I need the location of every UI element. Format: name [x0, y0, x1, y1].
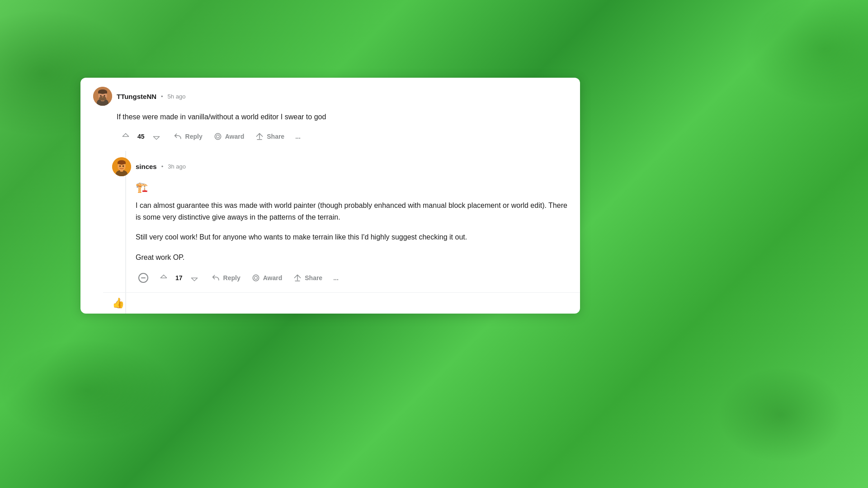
- comment-1: TTungsteNN • 5h ago If these were made i…: [80, 78, 580, 151]
- avatar-ttungstenn: [93, 87, 112, 106]
- more-button-2[interactable]: ...: [329, 272, 343, 284]
- avatar-2-svg: [112, 157, 131, 176]
- award-button-2[interactable]: Award: [247, 271, 287, 285]
- downvote-icon-2: [190, 273, 199, 282]
- collapse-button-2[interactable]: [136, 271, 153, 285]
- comment-2-actions: 17 Reply: [136, 271, 567, 292]
- separator-1: •: [161, 93, 163, 100]
- vote-count-2: 17: [175, 274, 184, 282]
- comments-card: TTungsteNN • 5h ago If these were made i…: [80, 78, 580, 314]
- comment-2-body-3: Great work OP.: [136, 252, 567, 263]
- award-icon-2: [251, 273, 260, 282]
- share-button-1[interactable]: Share: [250, 129, 289, 144]
- share-button-2[interactable]: Share: [288, 271, 327, 285]
- svg-point-11: [216, 135, 219, 138]
- svg-rect-5: [98, 92, 107, 94]
- comment-2-header: sinces • 3h ago: [112, 157, 567, 176]
- separator-2: •: [161, 163, 164, 170]
- comment-2: sinces • 3h ago 🏗️ I can almost guarante…: [103, 151, 580, 293]
- upvote-button-1[interactable]: [117, 129, 135, 144]
- reply-button-2[interactable]: Reply: [207, 271, 245, 285]
- avatar-1-svg: [93, 87, 112, 106]
- comment-1-body: If these were made in vanilla/without a …: [117, 111, 567, 123]
- svg-point-8: [104, 95, 105, 97]
- downvote-icon-1: [152, 132, 161, 141]
- reply-icon-2: [212, 273, 221, 282]
- comment-2-body-2: Still very cool work! But for anyone who…: [136, 231, 567, 243]
- collapse-icon: [138, 273, 148, 283]
- svg-point-7: [100, 95, 102, 97]
- reply-icon-1: [174, 132, 183, 141]
- svg-point-18: [119, 165, 121, 167]
- vote-section-1: 45: [117, 129, 165, 144]
- downvote-button-2[interactable]: [185, 271, 203, 285]
- vote-section-2: 17: [136, 271, 203, 285]
- svg-point-21: [254, 277, 257, 280]
- vote-count-1: 45: [137, 133, 146, 140]
- svg-point-9: [102, 97, 104, 98]
- reply-button-1[interactable]: Reply: [169, 129, 207, 144]
- award-button-1[interactable]: Award: [209, 129, 249, 144]
- timestamp-1: 5h ago: [168, 93, 186, 100]
- share-icon-2: [293, 273, 302, 282]
- bottom-peek-emoji: 👍: [112, 297, 124, 309]
- svg-point-19: [123, 165, 124, 167]
- share-icon-1: [255, 132, 264, 141]
- comment-2-body-1: I can almost guarantee this was made wit…: [136, 200, 567, 224]
- upvote-button-2[interactable]: [155, 271, 173, 285]
- username-2: sinces: [136, 163, 157, 170]
- award-icon-1: [213, 132, 222, 141]
- svg-point-10: [215, 133, 221, 139]
- username-1: TTungsteNN: [117, 93, 156, 100]
- svg-rect-17: [118, 163, 126, 164]
- timestamp-2: 3h ago: [168, 163, 186, 170]
- upvote-icon-1: [121, 132, 130, 141]
- comment-2-content: 🏗️ I can almost guarantee this was made …: [136, 182, 567, 264]
- bottom-peek: 👍: [103, 292, 580, 314]
- downvote-button-1[interactable]: [147, 129, 165, 144]
- avatar-sinces: [112, 157, 131, 176]
- more-button-1[interactable]: ...: [291, 130, 305, 143]
- comment-1-header: TTungsteNN • 5h ago: [93, 87, 567, 106]
- comment-1-actions: 45 Reply Award: [117, 129, 567, 151]
- upvote-icon-2: [159, 273, 168, 282]
- comment-2-emoji: 🏗️: [136, 182, 567, 193]
- svg-point-20: [253, 275, 259, 281]
- nested-comment-container: sinces • 3h ago 🏗️ I can almost guarante…: [103, 151, 580, 314]
